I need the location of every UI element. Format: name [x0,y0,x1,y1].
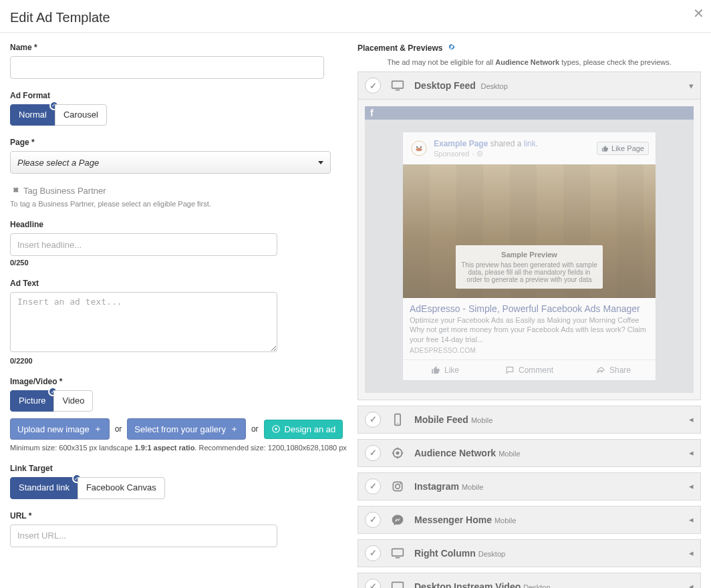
placement-desktop-feed: ✓ Desktop Feed Desktop ▾ f [358,71,701,400]
chevron-left-icon: ◂ [689,514,694,525]
eligibility-text: The ad may not be eligible for all Audie… [358,58,701,66]
svg-rect-2 [392,81,404,88]
mobile-icon [390,413,405,426]
placement-check-icon[interactable]: ✓ [365,78,381,94]
tab-picture-button[interactable]: Picture ✓ [10,390,54,412]
like-page-button[interactable]: Like Page [597,142,649,155]
placement-instagram: ✓ InstagramMobile ◂ [358,472,701,500]
image-hint: Minimum size: 600x315 px landscape 1.9:1… [10,444,347,452]
placement-check-icon[interactable]: ✓ [365,579,381,588]
svg-point-9 [397,423,398,424]
chevron-left-icon: ◂ [689,548,694,558]
placement-header[interactable]: ✓ Desktop Instream VideoDesktop ◂ [358,573,700,588]
svg-rect-16 [396,557,400,559]
refresh-icon[interactable] [448,43,456,53]
plus-icon: ＋ [94,423,102,435]
link-target-label: Link Target [10,464,347,473]
headline-counter: 0/250 [10,259,347,267]
modal-header: Edit Ad Template ✕ [0,0,711,33]
sample-preview-overlay: Sample Preview This preview has been gen… [456,245,603,289]
placement-header[interactable]: ✓ Audience NetworkMobile ◂ [358,440,700,466]
placement-header[interactable]: ✓ Messenger HomeMobile ◂ [358,506,700,533]
like-button[interactable]: Like [403,360,487,380]
chevron-left-icon: ◂ [689,581,694,588]
url-label: URL * [10,511,347,521]
adtext-input[interactable] [10,292,277,352]
image-label: Image/Video * [10,377,347,386]
placement-check-icon[interactable]: ✓ [365,545,381,561]
format-normal-button[interactable]: Normal ✓ [10,104,55,126]
format-carousel-button[interactable]: Carousel [55,104,107,126]
desktop-icon [390,580,405,588]
placement-check-icon[interactable]: ✓ [365,478,381,494]
placement-header[interactable]: ✓ Mobile FeedMobile ◂ [358,406,700,433]
chevron-left-icon: ◂ [689,414,694,424]
desktop-icon [390,547,405,560]
svg-point-13 [396,484,400,489]
svg-point-14 [400,483,401,484]
placement-header[interactable]: ✓ Right ColumnDesktop ◂ [358,540,700,567]
ad-format-label: Ad Format [10,91,347,100]
placement-header[interactable]: ✓ Desktop Feed Desktop ▾ [358,72,700,99]
svg-rect-17 [392,582,404,588]
tab-video-button[interactable]: Video [53,390,93,412]
shared-link[interactable]: link [524,139,536,148]
headline-input[interactable] [10,233,277,256]
share-icon [596,365,605,375]
chevron-left-icon: ◂ [689,448,694,458]
placement-audience-network: ✓ Audience NetworkMobile ◂ [358,439,701,467]
comment-button[interactable]: Comment [487,360,571,380]
form-column: Name * Ad Format Normal ✓ Carousel Page … [0,33,358,588]
preview-headline: AdEspresso - Simple, Powerful Facebook A… [403,298,656,315]
placement-check-icon[interactable]: ✓ [365,445,381,461]
fb-topbar: f [365,106,694,120]
headline-label: Headline [10,220,347,229]
page-name[interactable]: Example Page [434,139,488,148]
adtext-label: Ad Text [10,279,347,288]
design-icon [271,424,281,434]
desktop-icon [390,79,405,92]
thumbs-up-icon [431,365,440,375]
placement-header[interactable]: ✓ InstagramMobile ◂ [358,473,700,500]
ad-preview-card: Example Page shared a link. Sponsored · … [402,132,656,381]
placement-right-column: ✓ Right ColumnDesktop ◂ [358,539,701,567]
svg-point-11 [396,451,400,454]
placement-check-icon[interactable]: ✓ [365,412,381,428]
previews-title: Placement & Previews [358,43,442,53]
preview-domain: ADESPRESSO.COM [403,347,656,359]
design-ad-button[interactable]: Design an ad [264,420,343,439]
modal-title: Edit Ad Template [10,10,701,25]
preview-description: Optimize your Facebook Ads as Easily as … [403,315,656,347]
svg-point-6 [420,146,422,148]
link-standard-button[interactable]: Standard link ✓ [10,477,78,498]
page-select[interactable]: Please select a Page [10,151,331,174]
instagram-icon [390,480,405,493]
messenger-icon [390,513,405,527]
link-canvas-button[interactable]: Facebook Canvas [78,477,165,498]
chevron-left-icon: ◂ [689,481,694,491]
placement-check-icon[interactable]: ✓ [365,512,381,528]
tag-partner-help: To tag a Business Partner, please select… [10,200,347,208]
svg-rect-3 [396,90,400,91]
or-text: or [251,424,259,434]
placement-messenger: ✓ Messenger HomeMobile ◂ [358,506,701,534]
url-input[interactable] [10,525,277,547]
avatar [410,139,428,158]
placement-mobile-feed: ✓ Mobile FeedMobile ◂ [358,406,701,434]
thumbs-up-icon [601,145,609,152]
handshake-icon [10,186,19,196]
edit-ad-template-modal: Edit Ad Template ✕ Name * Ad Format Norm… [0,0,711,588]
or-text: or [115,424,122,434]
name-input[interactable] [10,56,324,79]
placement-instream-video: ✓ Desktop Instream VideoDesktop ◂ [358,573,701,588]
svg-point-1 [275,428,277,431]
close-icon[interactable]: ✕ [693,5,704,21]
svg-point-5 [416,146,418,148]
preview-body: f Example Page shared a link. Spon [358,99,700,400]
select-gallery-button[interactable]: Select from your gallery ＋ [127,418,246,440]
target-icon [390,446,405,460]
name-label: Name * [10,43,347,52]
upload-image-button[interactable]: Upload new image ＋ [10,418,110,440]
share-button[interactable]: Share [571,360,656,380]
comment-icon [505,365,515,375]
